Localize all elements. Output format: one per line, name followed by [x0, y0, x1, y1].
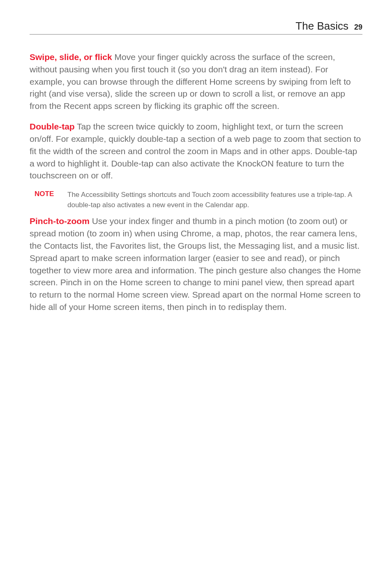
term-pinch: Pinch-to-zoom	[30, 216, 90, 226]
note-label: NOTE	[35, 190, 67, 198]
term-doubletap: Double-tap	[30, 122, 75, 131]
paragraph-doubletap: Double-tap Tap the screen twice quickly …	[30, 120, 362, 182]
term-swipe: Swipe, slide, or flick	[30, 52, 112, 62]
section-title: The Basics	[295, 20, 348, 32]
page-header: The Basics 29	[30, 20, 362, 35]
paragraph-swipe: Swipe, slide, or flick Move your finger …	[30, 51, 362, 112]
body-pinch: Use your index finger and thumb in a pin…	[30, 216, 361, 312]
page-number: 29	[354, 23, 362, 32]
note-text: The Accessibility Settings shortcuts and…	[67, 190, 362, 210]
body-doubletap: Tap the screen twice quickly to zoom, hi…	[30, 122, 361, 180]
paragraph-pinch: Pinch-to-zoom Use your index finger and …	[30, 215, 362, 313]
note-block: NOTE The Accessibility Settings shortcut…	[30, 190, 362, 210]
